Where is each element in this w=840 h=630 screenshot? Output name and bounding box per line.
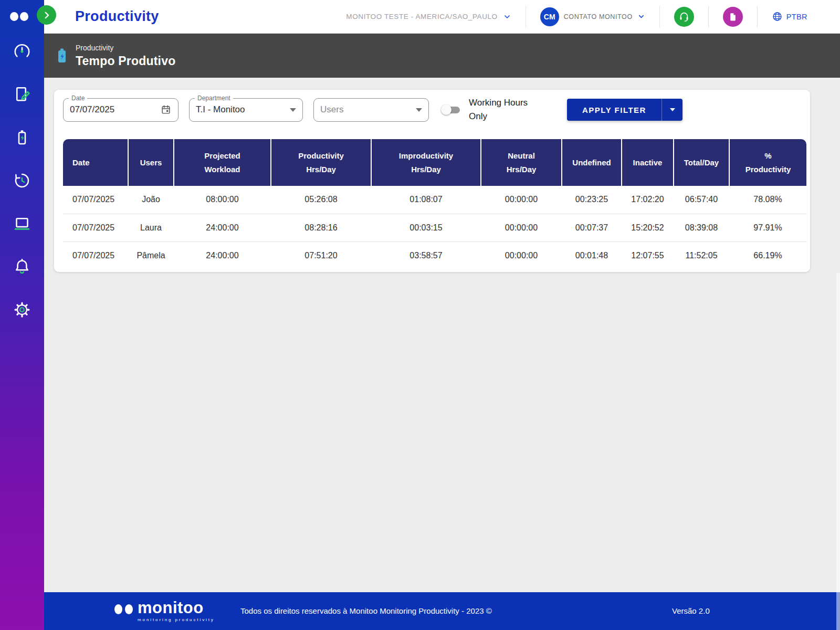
table-row: 07/07/2025João08:00:0005:26:0801:08:0700… <box>63 186 806 214</box>
column-header-total-day: Total/Day <box>674 139 729 186</box>
table-cell: 00:01:48 <box>562 242 622 269</box>
vertical-scrollbar[interactable] <box>836 273 840 630</box>
table-cell: 07/07/2025 <box>63 186 128 214</box>
table-cell: 06:57:40 <box>674 186 729 214</box>
table-cell: 24:00:00 <box>174 242 271 269</box>
column-header-date: Date <box>63 139 128 186</box>
table-cell: 00:03:15 <box>371 214 481 242</box>
history-clock-icon <box>13 171 32 190</box>
department-select-label: Department <box>195 94 233 102</box>
sidebar <box>0 34 44 630</box>
laptop-icon <box>13 214 32 233</box>
apply-filter-button[interactable]: APPLY FILTER <box>567 99 682 121</box>
date-field-label: Date <box>69 94 87 102</box>
productivity-table: DateUsersProjectedWorkloadProductivityHr… <box>63 139 806 269</box>
column-header-neutral-hrs-day: NeutralHrs/Day <box>481 139 562 186</box>
table-cell: 00:00:00 <box>481 242 562 269</box>
working-hours-toggle[interactable] <box>442 104 461 116</box>
language-selector[interactable]: PTBR <box>772 11 807 22</box>
organization-selector[interactable]: MONITOO TESTE - AMERICA/SAO_PAULO <box>346 13 511 21</box>
sidebar-item-productivity[interactable] <box>12 128 32 148</box>
date-field-value: 07/07/2025 <box>70 104 114 115</box>
column-header-projected-workload: ProjectedWorkload <box>174 139 271 186</box>
column-header--productivity: %Productivity <box>729 139 806 186</box>
gear-icon <box>13 300 32 319</box>
table-cell: 03:58:57 <box>371 242 481 269</box>
sidebar-item-settings[interactable] <box>12 300 32 320</box>
table-cell: 08:39:08 <box>674 214 729 242</box>
logo-dot <box>10 12 18 21</box>
table-cell: 66.19% <box>729 242 806 269</box>
apply-filter-dropdown[interactable] <box>662 99 682 121</box>
filter-bar: Date 07/07/2025 Department T.I - Monitoo <box>63 97 805 123</box>
organization-label: MONITOO TESTE - AMERICA/SAO_PAULO <box>346 13 497 20</box>
chevron-down-icon <box>637 13 645 20</box>
divider <box>708 6 709 28</box>
footer: monitoo monitoring productivity Todos os… <box>44 592 840 630</box>
table-cell: Laura <box>128 214 174 242</box>
table-cell: 07:51:20 <box>271 242 371 269</box>
chevron-right-icon <box>42 10 51 20</box>
table-cell: 97.91% <box>729 214 806 242</box>
chevron-down-icon <box>416 108 422 112</box>
users-select[interactable]: Users <box>313 98 429 122</box>
column-header-productivity-hrs-day: ProductivityHrs/Day <box>271 139 371 186</box>
gauge-icon <box>13 42 32 61</box>
divider <box>526 6 526 28</box>
table-cell: Pâmela <box>128 242 174 269</box>
column-header-inactive: Inactive <box>622 139 674 186</box>
app-title: Productivity <box>75 8 159 25</box>
table-cell: 05:26:08 <box>271 186 371 214</box>
date-field[interactable]: Date 07/07/2025 <box>63 98 178 122</box>
sidebar-item-dashboard[interactable] <box>12 41 32 61</box>
divider <box>659 6 660 28</box>
reports-button[interactable] <box>723 7 743 27</box>
document-edit-icon <box>13 85 32 104</box>
copyright-text: Todos os direitos reservados à Monitoo M… <box>240 606 492 615</box>
table-row: 07/07/2025Pâmela24:00:0007:51:2003:58:57… <box>63 242 806 269</box>
sidebar-item-history[interactable] <box>12 171 32 191</box>
battery-bolt-icon <box>56 47 68 64</box>
column-header-users: Users <box>128 139 174 186</box>
department-select-value: T.I - Monitoo <box>196 104 245 115</box>
table-cell: 12:07:55 <box>622 242 674 269</box>
department-select[interactable]: Department T.I - Monitoo <box>189 98 303 122</box>
table-cell: 00:23:25 <box>562 186 622 214</box>
table-cell: 17:02:20 <box>622 186 674 214</box>
sidebar-expand-button[interactable] <box>37 5 56 25</box>
top-bar: Productivity MONITOO TESTE - AMERICA/SAO… <box>44 0 840 34</box>
footer-logo-text: monitoo <box>138 600 215 616</box>
battery-bolt-icon <box>13 128 32 147</box>
table-header-row: DateUsersProjectedWorkloadProductivityHr… <box>63 139 806 186</box>
table-cell: 08:28:16 <box>271 214 371 242</box>
bell-icon <box>13 257 32 276</box>
content-card: Date 07/07/2025 Department T.I - Monitoo <box>54 90 810 272</box>
page-title: Tempo Produtivo <box>76 54 175 68</box>
table-cell: 08:00:00 <box>174 186 271 214</box>
user-menu[interactable]: CM CONTATO MONITOO <box>540 7 645 26</box>
support-button[interactable] <box>674 7 694 27</box>
table-cell: 24:00:00 <box>174 214 271 242</box>
table-cell: 78.08% <box>729 186 806 214</box>
users-select-placeholder: Users <box>320 104 343 115</box>
chevron-down-icon <box>670 108 675 111</box>
globe-icon <box>772 11 783 22</box>
table-cell: 15:20:52 <box>622 214 674 242</box>
sidebar-item-reports[interactable] <box>12 85 32 104</box>
main-content: Date 07/07/2025 Department T.I - Monitoo <box>44 78 840 592</box>
page-header: Productivity Tempo Produtivo <box>44 34 840 78</box>
chevron-down-icon <box>503 13 511 21</box>
sidebar-item-notifications[interactable] <box>12 257 32 277</box>
sidebar-item-devices[interactable] <box>12 214 32 234</box>
working-hours-label: Working Hours Only <box>469 96 533 124</box>
document-report-icon <box>727 11 739 23</box>
table-cell: 11:52:05 <box>674 242 729 269</box>
table-cell: 00:07:37 <box>562 214 622 242</box>
chevron-down-icon <box>290 108 296 112</box>
logo-dot <box>125 604 133 614</box>
toggle-thumb <box>441 104 452 115</box>
language-label: PTBR <box>786 13 807 21</box>
apply-filter-label: APPLY FILTER <box>567 99 662 121</box>
calendar-icon[interactable] <box>160 104 172 116</box>
headset-support-icon <box>678 11 690 23</box>
